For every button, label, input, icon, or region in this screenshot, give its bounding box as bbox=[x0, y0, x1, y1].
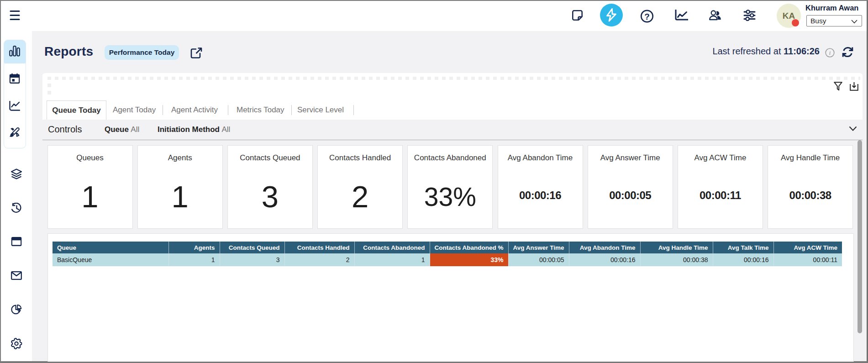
svg-text:?: ? bbox=[644, 12, 650, 21]
svg-text:i: i bbox=[829, 50, 831, 56]
